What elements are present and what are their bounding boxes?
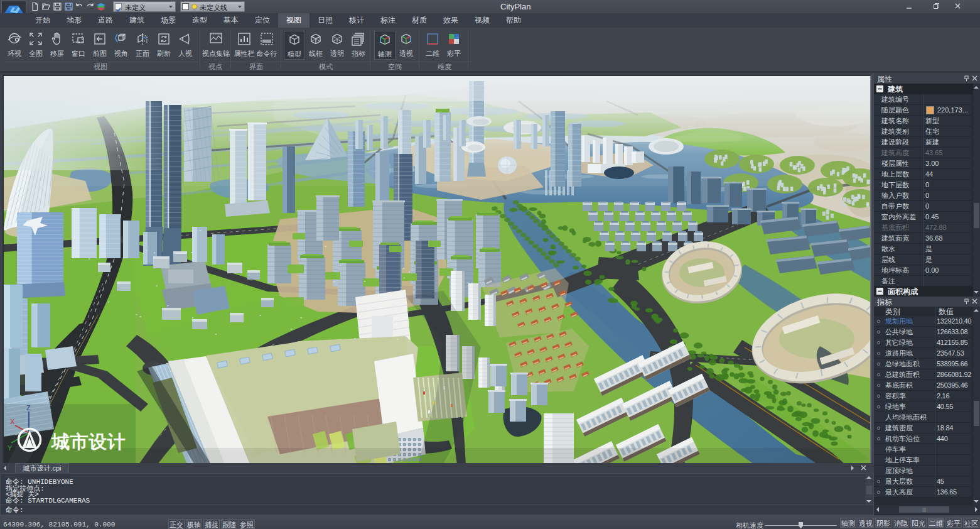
svg-text:X: X	[10, 418, 15, 425]
svg-text:Z: Z	[26, 404, 31, 412]
svg-text:城市设计: 城市设计	[50, 432, 126, 452]
svg-text:Y: Y	[8, 444, 13, 452]
